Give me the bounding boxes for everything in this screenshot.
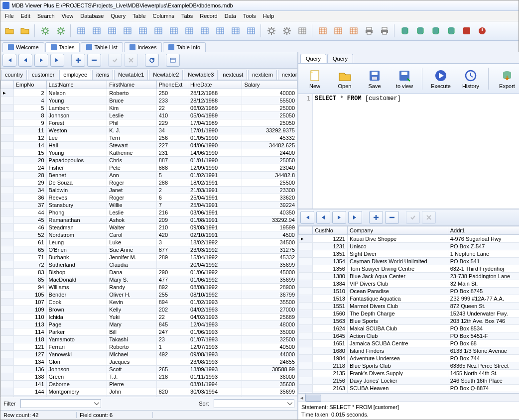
print-icon[interactable] — [362, 24, 376, 38]
table-row[interactable]: 114ParkerBill24701/06/199335000 — [1, 328, 297, 336]
nav-next-button[interactable] — [34, 54, 48, 67]
table-row[interactable]: 141OsbornePierre03/01/199435600 — [1, 381, 297, 388]
query-save-button[interactable]: Save — [361, 66, 388, 92]
query-tab-0[interactable]: Query — [300, 54, 326, 63]
nav-plus-button[interactable] — [71, 54, 85, 67]
table-icon[interactable] — [74, 24, 88, 38]
tabletab-newtable3[interactable]: Newtable3 — [184, 70, 218, 80]
tabletab-nextcust[interactable]: nextcust — [219, 70, 247, 80]
menu-table[interactable]: Table — [129, 12, 149, 20]
col-header[interactable]: Salary — [242, 81, 297, 89]
tabletab-newtable2[interactable]: Newtable2 — [149, 70, 183, 80]
table-row[interactable]: 24FisherPete88812/09/199023040 — [1, 164, 297, 172]
tabletab-newtable1[interactable]: Newtable1 — [114, 70, 148, 80]
nav-minus-button[interactable] — [87, 54, 101, 67]
table-row[interactable]: 72SutherlandClaudia20/04/199235699 — [1, 261, 297, 269]
table-b-icon[interactable] — [229, 24, 243, 38]
customer-table[interactable]: CustNoCompanyAddr1Addr2▸1221Kauai Dive S… — [298, 226, 519, 393]
tabletab-employee[interactable]: employee — [59, 70, 91, 80]
table-row[interactable]: 2118Blue Sports Club63365 Nez Perce Stre… — [299, 362, 519, 370]
col-header[interactable]: FirstName — [107, 81, 156, 89]
table-row[interactable]: 118YamamotoTakashi2301/07/199332500 — [1, 336, 297, 343]
navtab-tables[interactable]: Tables — [45, 42, 80, 52]
table-del-icon[interactable] — [105, 24, 119, 38]
sort-combo[interactable] — [214, 399, 294, 408]
db1-icon[interactable] — [398, 24, 412, 38]
table-row[interactable]: 1510Ocean ParadisePO Box 8745 — [299, 288, 519, 295]
nav-first-button[interactable] — [300, 211, 314, 224]
table-row[interactable]: 134GlonJacques23/08/199324855 — [1, 358, 297, 366]
table-row[interactable]: 12LeeTerri25601/05/199045332 — [1, 134, 297, 142]
nav-view-button[interactable] — [166, 54, 180, 67]
table-row[interactable]: 14HallStewart22704/06/199034482.625 — [1, 142, 297, 149]
table-row[interactable]: 1563Blue Sports203 12th Ave. Box 746 — [299, 317, 519, 325]
menu-query[interactable]: Query — [107, 12, 129, 20]
tabletab-country[interactable]: country — [1, 70, 27, 80]
nav-plus-button[interactable] — [369, 211, 383, 224]
table-row[interactable]: 71BurbankJennifer M.28915/04/199245332 — [1, 254, 297, 261]
scroll-left-arrow[interactable]: ◂ — [298, 394, 306, 402]
col-header[interactable]: EmpNo — [13, 81, 46, 89]
table-row[interactable]: 15YoungKatherine23114/06/199024400 — [1, 149, 297, 157]
table-row[interactable]: 4YoungBruce23328/12/198855500 — [1, 97, 297, 105]
navtab-welcome[interactable]: Welcome — [2, 42, 44, 52]
table-row[interactable]: 1560The Depth Charge15243 Underwater Fwy… — [299, 310, 519, 317]
nav-last-button[interactable] — [348, 211, 362, 224]
query-history-button[interactable]: History — [457, 66, 484, 92]
query-new-button[interactable]: New — [301, 66, 328, 92]
nav-minus-button[interactable] — [385, 211, 399, 224]
filter-combo[interactable] — [20, 399, 101, 408]
navtab-table-list[interactable]: Table List — [81, 42, 123, 52]
query-execute-button[interactable]: Execute — [427, 66, 454, 92]
table-row[interactable]: 11WestonK. J.3417/01/199033292.9375 — [1, 127, 297, 134]
employee-table[interactable]: EmpNoLastNameFirstNamePhoneExtHireDateSa… — [0, 80, 297, 397]
table-row[interactable]: 44PhongLeslie21603/06/199140350 — [1, 209, 297, 216]
table-row[interactable]: 5LambertKim2206/02/198925000 — [1, 105, 297, 112]
nav-last-button[interactable] — [50, 54, 64, 67]
nav-prev-button[interactable] — [18, 54, 32, 67]
table-row[interactable]: 144MontgomeryJohn82030/03/199435699 — [1, 388, 297, 396]
table-row[interactable]: 29De SouzaRoger28818/02/199125500 — [1, 179, 297, 187]
gear-icon[interactable] — [264, 24, 278, 38]
gear2-icon[interactable] — [280, 24, 294, 38]
table-row[interactable]: 9ForestPhil22917/04/198925050 — [1, 119, 297, 127]
off-icon[interactable] — [475, 24, 489, 38]
menu-edit[interactable]: Edit — [17, 12, 34, 20]
db2-icon[interactable] — [413, 24, 427, 38]
table-row[interactable]: 107CookKevin89401/02/199335500 — [1, 299, 297, 306]
table-row[interactable]: 1380Blue Jack Aqua Center23-738 Paddingt… — [299, 273, 519, 280]
menu-search[interactable]: Search — [34, 12, 58, 20]
table-row[interactable]: 45RamanathanAshok20901/08/199133292.94 — [1, 216, 297, 224]
print2-icon[interactable] — [378, 24, 391, 38]
query-to-view-button[interactable]: to view — [391, 66, 418, 92]
table-edit-icon[interactable] — [121, 24, 134, 38]
table-row[interactable]: 1624Makai SCUBA ClubPO Box 8534 — [299, 325, 519, 332]
table-row[interactable]: 34BaldwinJanet221/03/199123300 — [1, 187, 297, 194]
menu-database[interactable]: Database — [77, 12, 107, 20]
table-row[interactable]: 52NordstromCarol42002/10/19914500 — [1, 231, 297, 239]
table-row[interactable]: 1231UniscoPO Box Z-547 — [299, 243, 519, 250]
table-row[interactable]: 65O'BrienSue Anne87723/03/199231275 — [1, 246, 297, 254]
col-header[interactable]: LastName — [46, 81, 107, 89]
table-row[interactable]: 1384VIP Divers Club32 Main St. — [299, 280, 519, 288]
export1-icon[interactable] — [316, 24, 330, 38]
table-row[interactable]: 94WilliamsRandy89208/08/199228900 — [1, 284, 297, 291]
sql-editor[interactable]: 1 SELECT * FROM [customer] — [298, 94, 519, 210]
table-add-icon[interactable] — [90, 24, 104, 38]
col-header[interactable]: PhoneExt — [156, 81, 188, 89]
col-header[interactable]: HireDate — [188, 81, 242, 89]
db3-icon[interactable] — [429, 24, 443, 38]
table-sql-icon[interactable] — [244, 24, 258, 38]
table-row[interactable]: ▸1221Kauai Dive Shoppe4-976 Sugarloaf Hw… — [299, 235, 519, 243]
col-header[interactable]: Company — [348, 226, 448, 235]
menu-tools[interactable]: Tools — [240, 12, 260, 20]
table-row[interactable]: 1513Fantastique AquaticaZ32 999 #12A-77 … — [299, 295, 519, 303]
menu-data[interactable]: Data — [221, 12, 240, 20]
table-row[interactable]: 127YanowskiMichael49209/08/199344000 — [1, 351, 297, 358]
table-row[interactable]: 20PapadopoulosChris88701/01/199025050 — [1, 157, 297, 164]
table-row[interactable]: 2156Davy Jones' Locker246 South 16th Pla… — [299, 377, 519, 385]
table-link-icon[interactable] — [151, 24, 165, 38]
table-row[interactable]: 1984Adventure UnderseaPO Box 744 — [299, 355, 519, 362]
nav-first-button[interactable] — [2, 54, 16, 67]
table-row[interactable]: 1354Cayman Divers World UnlimitedPO Box … — [299, 258, 519, 265]
